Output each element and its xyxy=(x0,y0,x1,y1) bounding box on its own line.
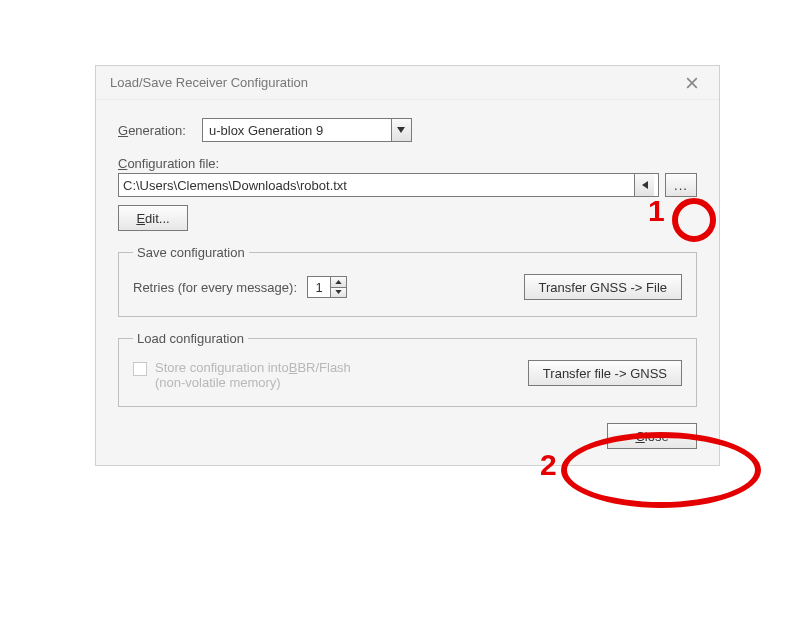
load-configuration-group: Load configuration Store configuration i… xyxy=(118,331,697,407)
chevron-down-icon xyxy=(397,127,405,133)
config-file-row: C:\Users\Clemens\Downloads\robot.txt ... xyxy=(118,173,697,197)
generation-row: Generation: u-blox Generation 9 xyxy=(118,118,697,142)
chevron-left-icon xyxy=(642,181,648,189)
retries-value: 1 xyxy=(308,277,330,297)
dialog-body: Generation: u-blox Generation 9 Configur… xyxy=(96,100,719,465)
close-button-label: Close xyxy=(635,429,668,444)
load-row: Store configuration intoBBR/Flash (non-v… xyxy=(133,360,682,390)
browse-button[interactable]: ... xyxy=(665,173,697,197)
close-icon xyxy=(686,77,698,89)
window-close-button[interactable] xyxy=(675,68,709,98)
retries-up-button[interactable] xyxy=(331,277,346,288)
dialog-footer: Close xyxy=(118,421,697,449)
retries-wrap: Retries (for every message): 1 xyxy=(133,276,347,298)
generation-label: Generation: xyxy=(118,123,186,138)
config-file-input[interactable]: C:\Users\Clemens\Downloads\robot.txt xyxy=(118,173,659,197)
transfer-file-to-gnss-label: Transfer file -> GNSS xyxy=(543,366,667,381)
chevron-up-icon xyxy=(335,280,342,284)
transfer-gnss-to-file-button[interactable]: Transfer GNSS -> File xyxy=(524,274,682,300)
generation-select[interactable]: u-blox Generation 9 xyxy=(202,118,412,142)
save-configuration-group: Save configuration Retries (for every me… xyxy=(118,245,697,317)
generation-dropdown-button[interactable] xyxy=(391,119,411,141)
edit-button[interactable]: Edit... xyxy=(118,205,188,231)
titlebar: Load/Save Receiver Configuration xyxy=(96,66,719,100)
config-file-label: Configuration file: xyxy=(118,156,697,171)
transfer-gnss-to-file-label: Transfer GNSS -> File xyxy=(539,280,667,295)
transfer-file-to-gnss-button[interactable]: Transfer file -> GNSS xyxy=(528,360,682,386)
generation-selected-value: u-blox Generation 9 xyxy=(209,123,323,138)
retries-label: Retries (for every message): xyxy=(133,280,297,295)
save-row: Retries (for every message): 1 Transfer … xyxy=(133,274,682,300)
chevron-down-icon xyxy=(335,290,342,294)
dialog-window: Load/Save Receiver Configuration Generat… xyxy=(95,65,720,466)
retries-spinner-buttons xyxy=(330,277,346,297)
config-file-scroll-button[interactable] xyxy=(634,174,654,196)
retries-down-button[interactable] xyxy=(331,288,346,298)
store-bbr-text: Store configuration intoBBR/Flash (non-v… xyxy=(155,360,351,390)
store-bbr-checkbox xyxy=(133,362,147,376)
retries-spinner[interactable]: 1 xyxy=(307,276,347,298)
config-file-value: C:\Users\Clemens\Downloads\robot.txt xyxy=(123,178,347,193)
dialog-title: Load/Save Receiver Configuration xyxy=(110,75,308,90)
edit-button-label: Edit... xyxy=(136,211,169,226)
close-button[interactable]: Close xyxy=(607,423,697,449)
store-bbr-option: Store configuration intoBBR/Flash (non-v… xyxy=(133,360,351,390)
browse-button-label: ... xyxy=(674,178,688,193)
load-configuration-legend: Load configuration xyxy=(133,331,248,346)
save-configuration-legend: Save configuration xyxy=(133,245,249,260)
